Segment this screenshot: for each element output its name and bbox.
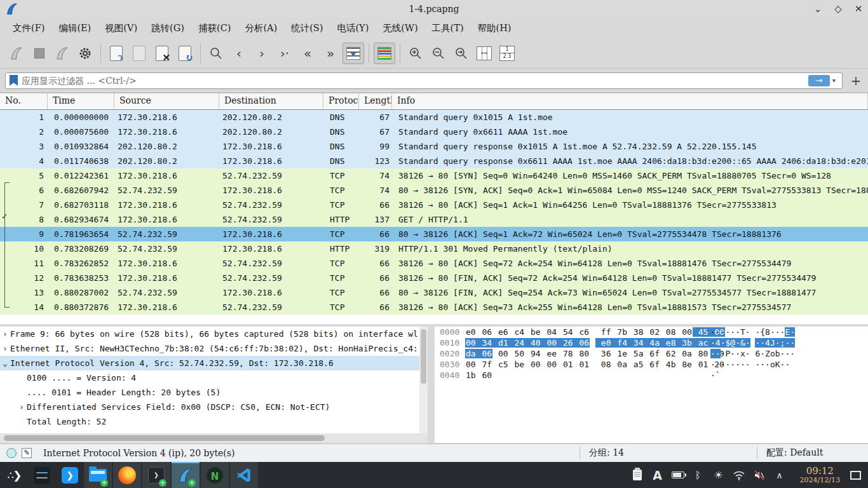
- collapsed-expander-icon[interactable]: ›: [0, 327, 10, 341]
- show-desktop-button[interactable]: [846, 466, 864, 485]
- menu-item-4[interactable]: 捕获(C): [192, 20, 237, 37]
- stop-capture-button[interactable]: [29, 43, 50, 64]
- column-header-no[interactable]: No.: [0, 93, 48, 109]
- packet-row-14[interactable]: 140.880372876172.30.218.652.74.232.59TCP…: [0, 300, 868, 315]
- packet-row-13[interactable]: 130.88028700252.74.232.59172.30.218.6TCP…: [0, 285, 868, 300]
- capture-comment-icon[interactable]: ✎: [22, 448, 32, 458]
- auto-scroll-toggle[interactable]: [342, 43, 364, 64]
- maximize-button[interactable]: ◇: [832, 3, 844, 15]
- dock-neovim[interactable]: N: [201, 462, 229, 488]
- hex-row-0030[interactable]: 003000 7f c5 be 00 00 01 01 08 0a a5 6f …: [435, 359, 868, 370]
- packet-row-6[interactable]: 60.68260794252.74.232.59172.30.218.6TCP7…: [0, 183, 868, 198]
- detail-line-2[interactable]: ⌄Internet Protocol Version 4, Src: 52.74…: [0, 356, 419, 370]
- clipboard-icon[interactable]: [628, 466, 646, 485]
- number-columns-button[interactable]: 12 3: [496, 43, 518, 64]
- expert-info-icon[interactable]: [6, 448, 17, 458]
- menu-item-7[interactable]: 电话(Y): [330, 20, 375, 37]
- dock-discover[interactable]: ❯: [56, 462, 84, 488]
- close-button[interactable]: ✕: [853, 3, 864, 15]
- last-packet-button[interactable]: »: [320, 43, 341, 64]
- save-file-button[interactable]: [128, 43, 150, 64]
- wifi-icon[interactable]: [730, 466, 748, 485]
- detail-line-5[interactable]: ›Differentiated Services Field: 0x00 (DS…: [0, 400, 419, 414]
- detail-line-4[interactable]: .... 0101 = Header Length: 20 bytes (5): [0, 385, 419, 400]
- find-packet-button[interactable]: [205, 43, 227, 64]
- resize-columns-button[interactable]: ↔: [473, 43, 495, 64]
- packet-row-8[interactable]: 80.682934674172.30.218.652.74.232.59HTTP…: [0, 212, 868, 227]
- close-file-button[interactable]: ✕: [151, 43, 173, 64]
- go-to-packet-button[interactable]: ›·: [274, 43, 295, 64]
- bluetooth-icon[interactable]: ᛒ: [689, 466, 707, 485]
- go-back-button[interactable]: ‹: [228, 43, 250, 64]
- detail-line-0[interactable]: ›Frame 9: 66 bytes on wire (528 bits), 6…: [0, 327, 419, 341]
- menu-item-8[interactable]: 无线(W): [376, 20, 424, 37]
- menu-item-9[interactable]: 工具(T): [426, 20, 470, 37]
- menu-item-6[interactable]: 统计(S): [285, 20, 329, 37]
- restart-capture-button[interactable]: [51, 43, 73, 64]
- pane-divider[interactable]: [428, 327, 435, 443]
- menu-item-0[interactable]: 文件(F): [6, 20, 51, 37]
- expanded-expander-icon[interactable]: ⌄: [0, 356, 10, 370]
- go-forward-button[interactable]: ›: [251, 43, 273, 64]
- menu-item-1[interactable]: 编辑(E): [52, 20, 97, 37]
- hex-row-0000[interactable]: 0000e0 06 e6 c4 be 04 54 c6 ff 7b 38 02 …: [435, 327, 868, 337]
- start-capture-button[interactable]: [6, 43, 27, 64]
- reload-file-button[interactable]: ↻: [174, 43, 196, 64]
- battery-icon[interactable]: [669, 466, 687, 485]
- packet-row-5[interactable]: 50.012242361172.30.218.652.74.232.59TCP7…: [0, 168, 868, 183]
- volume-muted-icon[interactable]: [750, 466, 768, 485]
- open-file-button[interactable]: ⤵: [105, 43, 127, 64]
- dock-terminal[interactable]: ❯+: [142, 462, 170, 488]
- detail-vertical-scrollbar[interactable]: [419, 327, 428, 433]
- brightness-icon[interactable]: ☀: [710, 466, 728, 485]
- display-filter-input[interactable]: [22, 76, 808, 86]
- packet-row-1[interactable]: 10.000000000172.30.218.6202.120.80.2DNS6…: [0, 110, 868, 125]
- minimize-button[interactable]: ⌄: [812, 3, 824, 15]
- capture-options-button[interactable]: [74, 43, 96, 64]
- zoom-reset-button[interactable]: [451, 43, 472, 64]
- detail-line-1[interactable]: ›Ethernet II, Src: NewH3CTechno_7b:38:02…: [0, 341, 419, 356]
- dock-app-launcher[interactable]: ∴❯: [0, 462, 28, 488]
- column-header-time[interactable]: Time: [48, 93, 114, 109]
- hex-row-0010[interactable]: 001000 34 d1 24 40 00 26 06 e0 f4 34 4a …: [435, 337, 868, 348]
- colorize-toggle[interactable]: [374, 43, 395, 64]
- input-method-icon[interactable]: A: [649, 466, 667, 485]
- zoom-in-button[interactable]: [405, 43, 426, 64]
- bookmark-icon[interactable]: [10, 75, 18, 86]
- menu-item-5[interactable]: 分析(A): [238, 20, 283, 37]
- filter-dropdown-caret-icon[interactable]: ▾: [832, 77, 836, 84]
- column-header-proto[interactable]: Protocol: [323, 93, 359, 109]
- hex-row-0040[interactable]: 00401b 60·`: [435, 370, 868, 381]
- dock-vscode[interactable]: [230, 462, 258, 488]
- packet-row-9[interactable]: 90.78196365452.74.232.59172.30.218.6TCP6…: [0, 227, 868, 241]
- packet-row-11[interactable]: 110.783262852172.30.218.652.74.232.59TCP…: [0, 256, 868, 271]
- packet-row-12[interactable]: 120.783638253172.30.218.652.74.232.59TCP…: [0, 271, 868, 285]
- zoom-out-button[interactable]: [428, 43, 449, 64]
- menu-item-2[interactable]: 视图(V): [98, 20, 144, 37]
- dock-firefox[interactable]: [113, 462, 141, 488]
- menu-item-10[interactable]: 帮助(H): [471, 20, 518, 37]
- dock-file-manager[interactable]: +: [84, 462, 112, 488]
- column-header-src[interactable]: Source: [114, 93, 219, 109]
- detail-horizontal-scrollbar[interactable]: [0, 433, 428, 443]
- add-filter-button[interactable]: +: [849, 73, 863, 88]
- packet-row-4[interactable]: 40.011740638202.120.80.2172.30.218.6DNS1…: [0, 154, 868, 168]
- taskbar-clock[interactable]: 09:12 2024/12/13: [800, 466, 840, 484]
- detail-line-3[interactable]: 0100 .... = Version: 4: [0, 370, 419, 385]
- column-header-dst[interactable]: Destination: [219, 93, 323, 109]
- hex-row-0020[interactable]: 0020da 06 00 50 94 ee 78 80 36 1e 5a 6f …: [435, 348, 868, 359]
- apply-filter-button[interactable]: →: [808, 75, 830, 86]
- tray-expand-icon[interactable]: ∧: [771, 466, 789, 485]
- packet-row-10[interactable]: 100.78320826952.74.232.59172.30.218.6HTT…: [0, 241, 868, 256]
- packet-row-2[interactable]: 20.000075600172.30.218.6202.120.80.2DNS6…: [0, 125, 868, 139]
- column-header-len[interactable]: Lengtl: [359, 93, 392, 109]
- collapsed-expander-icon[interactable]: ›: [0, 341, 10, 356]
- packet-row-7[interactable]: 70.682703118172.30.218.652.74.232.59TCP6…: [0, 198, 868, 212]
- menu-item-3[interactable]: 跳转(G): [145, 20, 191, 37]
- first-packet-button[interactable]: «: [297, 43, 318, 64]
- profile-label[interactable]: 配置: Default: [766, 447, 862, 459]
- detail-line-6[interactable]: Total Length: 52: [0, 414, 419, 429]
- dock-wireshark[interactable]: +: [172, 462, 200, 488]
- column-header-info[interactable]: Info: [392, 93, 868, 109]
- packet-row-3[interactable]: 30.010932864202.120.80.2172.30.218.6DNS9…: [0, 139, 868, 154]
